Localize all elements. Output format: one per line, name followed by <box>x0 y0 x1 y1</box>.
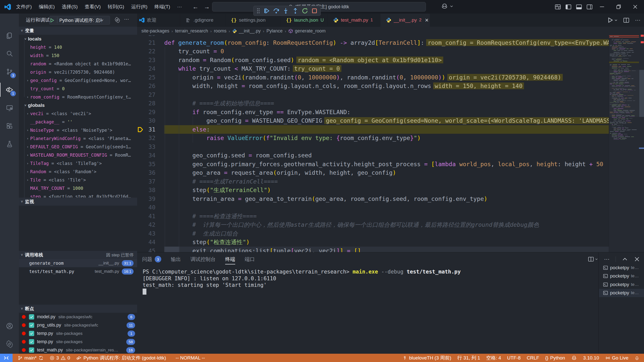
encoding-item[interactable]: UTF-8 <box>504 354 524 362</box>
terminal-instance-2[interactable]: pocketpyte… <box>599 272 644 280</box>
terminal-output[interactable]: PS C:\computer_science\godot-ldtk\site-p… <box>143 268 595 351</box>
breadcrumb-site-packages[interactable]: site-packages <box>141 28 169 34</box>
accounts-icon[interactable] <box>0 317 19 335</box>
code-line-44[interactable]: 44 step("检查连通性") <box>137 238 609 247</box>
customize-layout-icon[interactable] <box>555 4 561 10</box>
cursor-position-item[interactable]: 行 31, 列 1 <box>454 354 483 362</box>
menu-terminal[interactable]: 终端(T) <box>151 0 174 14</box>
start-debug-icon[interactable] <box>50 18 57 23</box>
breakpoints-section-header[interactable]: ˅ 断点 <box>19 305 137 313</box>
panel-tab-问题[interactable]: 问题3 <box>142 252 161 266</box>
variable-height[interactable]: height = 140 <box>19 43 137 51</box>
code-line-38[interactable]: 38 step("生成TerrainCell") <box>137 186 609 195</box>
terminal-instance-1[interactable]: pocketpyte… <box>599 263 644 272</box>
variable-PlanetaryWindConfig[interactable]: ›PlanetaryWindConfig = <class 'Planeta… <box>19 134 137 143</box>
code-line-36[interactable]: 36 geo_area = request_area(origin, width… <box>137 168 609 177</box>
variable-TileTag[interactable]: ›TileTag = <class 'TileTag'> <box>19 159 137 167</box>
terminal-layout-icon[interactable] <box>588 256 598 262</box>
drag-grip-icon[interactable] <box>256 7 261 15</box>
run-python-file-button[interactable] <box>607 17 618 23</box>
language-mode-item[interactable]: {}Python <box>542 354 568 362</box>
menu-more[interactable]: ··· <box>174 0 185 14</box>
minimap[interactable] <box>609 35 639 252</box>
variable-random[interactable]: random = <Random object at 0x1bf9d01e… <box>19 60 137 68</box>
toggle-secondary-sidebar-icon[interactable] <box>586 4 593 10</box>
code-line-34[interactable]: 34 geo_config.seed = room_config.seed <box>137 151 609 160</box>
code-line-33[interactable]: 33 <box>137 143 609 151</box>
code-line-27[interactable]: 27 <box>137 90 609 99</box>
code-line-45[interactable]: 45 exit_combinations:list[tuple[vec2i, v… <box>137 247 609 252</box>
code-line-29[interactable]: 29 if room_config.env_type == EnvType.WA… <box>137 108 609 117</box>
settings-gear-icon[interactable] <box>0 335 19 353</box>
menu-file[interactable]: 文件(F) <box>13 0 35 14</box>
menu-goto[interactable]: 转到(G) <box>104 0 128 14</box>
stack-frame-test/test_math.py[interactable]: test/test_math.pytest_math.py16:1 <box>19 267 137 276</box>
eol-item[interactable]: CRLF <box>524 354 542 362</box>
remote-indicator[interactable] <box>0 354 13 362</box>
variable-Tile[interactable]: ›Tile = <class 'Tile'> <box>19 176 137 184</box>
indentation-item[interactable]: 空格: 4 <box>483 354 504 362</box>
window-minimize-button[interactable] <box>594 0 610 14</box>
code-line-20[interactable]: 20 <box>137 35 609 38</box>
debug-continue-button[interactable] <box>263 7 270 15</box>
window-restore-button[interactable] <box>610 0 627 14</box>
vim-mode-item[interactable]: -- NORMAL -- <box>173 354 208 362</box>
close-icon[interactable]: ✕ <box>425 17 429 23</box>
breakpoint-png_utils.py-11[interactable]: png_utils.pysite-packages\wfc11 <box>19 321 137 329</box>
debug-settings-gear-icon[interactable] <box>114 17 120 23</box>
breadcrumb-terrain_research[interactable]: terrain_research <box>175 28 208 34</box>
code-line-42[interactable]: 42 # 计算每一个出口的中心，然后使用astar生成路径，确保每一个出口组合都… <box>137 220 609 229</box>
panel-tab-调试控制台[interactable]: 调试控制台 <box>190 252 216 266</box>
views-more-actions-icon[interactable]: ··· <box>124 16 129 22</box>
breakpoint-temp.py-1[interactable]: temp.pysite-packages1 <box>19 329 137 338</box>
code-line-26[interactable]: 26 width, height = room_config.layout.n_… <box>137 82 609 90</box>
go-live-item[interactable]: Go Live <box>602 354 631 362</box>
code-editor[interactable]: 2021def generate_room(room_config: RoomR… <box>137 35 609 252</box>
code-line-31[interactable]: 31 else: <box>137 125 609 134</box>
debug-stop-button[interactable] <box>311 7 318 15</box>
code-line-43[interactable]: 43 # 生成出口组合 <box>137 229 609 238</box>
variable-__package__[interactable]: __package__ = '' <box>19 118 137 126</box>
callstack-section-header[interactable]: ˅ 调用堆栈 因 step 已暂停 <box>19 251 137 259</box>
testing-icon[interactable] <box>0 135 19 153</box>
variable-MAX_TRY_COUNT[interactable]: MAX_TRY_COUNT = 1000 <box>19 184 137 192</box>
code-line-22[interactable]: 22 try_count = 0 <box>137 47 609 56</box>
window-close-button[interactable] <box>627 0 643 14</box>
toggle-sidebar-icon[interactable] <box>565 4 572 10</box>
tab-test_math.py[interactable]: test_math.py1 <box>328 14 380 27</box>
copilot-status-item[interactable] <box>568 354 580 362</box>
extensions-icon[interactable] <box>0 117 19 135</box>
editor-more-actions-icon[interactable]: ··· <box>635 17 640 23</box>
panel-tab-终端[interactable]: 终端 <box>225 252 235 266</box>
tab-.gdignore[interactable]: .gdignore <box>180 14 225 27</box>
watch-section-header[interactable]: ˅ 监视 <box>19 198 137 206</box>
code-line-41[interactable]: 41 # ====检查连通性==== <box>137 212 609 221</box>
git-branch-item[interactable]: main* <box>15 354 47 362</box>
code-line-25[interactable]: 25 origin = vec2i(random.randint(0, 1000… <box>137 73 609 82</box>
scope-globals[interactable]: ˅globals <box>19 101 137 109</box>
explorer-icon[interactable] <box>0 26 19 44</box>
code-line-32[interactable]: 32 raise ValueError(f"Invalid env type: … <box>137 134 609 143</box>
variable-WASTELAND_ROOM_REQUEST_CONFIG[interactable]: ›WASTELAND_ROOM_REQUEST_CONFIG = RoomR… <box>19 151 137 159</box>
breakpoint-checkbox[interactable] <box>29 331 34 336</box>
tab-欢迎[interactable]: 欢迎 <box>137 14 180 27</box>
variable-width[interactable]: width = 150 <box>19 51 137 60</box>
breadcrumb-rooms[interactable]: rooms <box>214 28 226 34</box>
copilot-button[interactable] <box>441 3 453 10</box>
notifications-bell-icon[interactable] <box>631 354 642 362</box>
code-line-24[interactable]: 24 while try_count < MAX_TRY_COUNT:try_c… <box>137 64 609 73</box>
overview-ruler[interactable] <box>639 35 644 252</box>
split-editor-button[interactable] <box>623 17 629 23</box>
breakpoint-checkbox[interactable] <box>29 347 34 353</box>
variable-geo_config[interactable]: ›geo_config = GeoConfig(seed=None, wor… <box>19 76 137 84</box>
variable-Random[interactable]: ›Random = <class 'Random'> <box>19 167 137 176</box>
toggle-panel-icon[interactable] <box>576 4 582 10</box>
debug-step-into-button[interactable] <box>282 7 290 15</box>
debug-restart-button[interactable] <box>301 7 309 15</box>
menu-run[interactable]: 运行(R) <box>128 0 151 14</box>
breakpoint-model.py-6[interactable]: model.pysite-packages\wfc6 <box>19 313 137 321</box>
menu-selection[interactable]: 选择(S) <box>58 0 81 14</box>
stack-frame-generate_room[interactable]: generate_room__init__.py31:1 <box>19 259 137 267</box>
variables-section-header[interactable]: ˅ 变量 <box>19 27 137 35</box>
variable-DEFAULT_GEO_CONFIG[interactable]: ›DEFAULT_GEO_CONFIG = GeoConfig(seed=1… <box>19 143 137 151</box>
